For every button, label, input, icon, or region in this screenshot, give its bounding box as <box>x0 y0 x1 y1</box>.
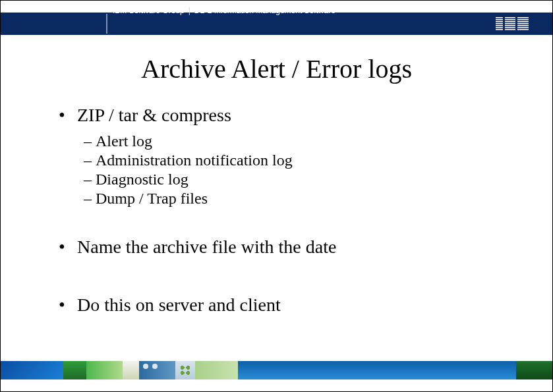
header-text: IBM Software Group | DB 2 Information Ma… <box>113 6 335 15</box>
svg-rect-5 <box>496 27 529 28</box>
sub-bullet-marker: – <box>84 132 96 150</box>
header-separator: | <box>189 6 190 15</box>
footer-segment <box>516 361 552 379</box>
footer-segment <box>1 361 63 379</box>
svg-rect-8 <box>515 17 517 30</box>
slide-title: Archive Alert / Error logs <box>1 53 552 84</box>
footer-segment <box>63 361 86 379</box>
footer-segment <box>123 361 139 379</box>
sub-bullet-marker: – <box>84 171 96 188</box>
svg-rect-0 <box>496 17 529 18</box>
bullet-item: • ZIP / tar & compress <box>59 105 513 126</box>
sub-bullet-item: – Dump / Trap files <box>84 190 513 208</box>
bullet-marker: • <box>59 294 77 316</box>
footer-segment <box>86 361 123 379</box>
bullet-marker: • <box>59 105 77 126</box>
bullet-item: • Name the archive file with the date <box>59 237 513 258</box>
svg-rect-2 <box>496 21 529 22</box>
spacer <box>59 264 513 294</box>
sub-bullet-text: Dump / Trap files <box>96 190 208 208</box>
footer-segment <box>238 361 516 379</box>
svg-rect-4 <box>496 25 529 26</box>
svg-rect-1 <box>496 19 529 20</box>
footer-segment <box>139 361 175 379</box>
sub-bullet-marker: – <box>84 190 96 208</box>
header-product: DB 2 Information Management Software <box>194 6 335 15</box>
header-bar <box>1 13 552 35</box>
bullet-text: Name the archive file with the date <box>77 237 336 258</box>
svg-rect-6 <box>496 29 529 30</box>
footer-segment <box>195 361 238 379</box>
bullet-marker: • <box>59 237 77 258</box>
sub-bullet-marker: – <box>84 152 96 169</box>
sub-bullet-item: – Alert log <box>84 132 513 150</box>
content-area: • ZIP / tar & compress – Alert log – Adm… <box>59 105 513 322</box>
bullet-text: Do this on server and client <box>77 294 281 316</box>
footer-graphic <box>1 361 552 379</box>
sub-bullet-text: Diagnostic log <box>96 171 189 188</box>
svg-rect-3 <box>496 23 529 24</box>
sub-bullet-text: Administration notification log <box>96 152 293 169</box>
slide: IBM Software Group | DB 2 Information Ma… <box>0 0 553 392</box>
svg-rect-7 <box>503 17 505 30</box>
sub-bullet-item: – Diagnostic log <box>84 171 513 188</box>
bullet-item: • Do this on server and client <box>59 294 513 316</box>
sub-bullet-item: – Administration notification log <box>84 152 513 169</box>
header-divider <box>106 14 107 34</box>
ibm-logo <box>496 17 529 30</box>
sub-bullet-text: Alert log <box>96 132 152 150</box>
footer-segment <box>175 361 195 379</box>
spacer <box>59 209 513 237</box>
bullet-text: ZIP / tar & compress <box>77 105 231 126</box>
header-group: IBM Software Group <box>113 6 185 15</box>
